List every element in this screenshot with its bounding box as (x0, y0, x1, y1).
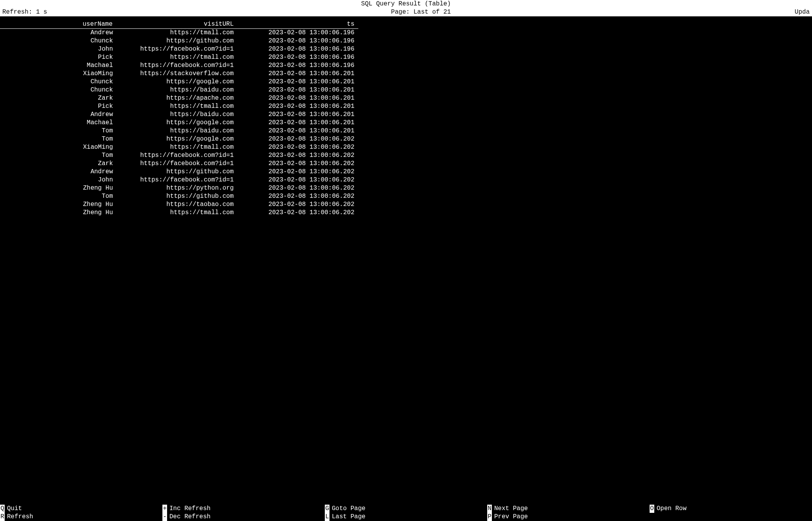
cell-visiturl: https://baidu.com (117, 111, 238, 119)
cell-ts: 2023-02-08 13:00:06.202 (238, 135, 358, 143)
table-row[interactable]: Chunckhttps://baidu.com2023-02-08 13:00:… (0, 86, 358, 94)
table-row[interactable]: Andrewhttps://baidu.com2023-02-08 13:00:… (0, 111, 358, 119)
cell-ts: 2023-02-08 13:00:06.202 (238, 151, 358, 160)
cell-username: Zark (0, 94, 117, 102)
table-row[interactable]: XiaoMinghttps://tmall.com2023-02-08 13:0… (0, 143, 358, 151)
table-row[interactable]: Machaelhttps://facebook.com?id=12023-02-… (0, 62, 358, 70)
cell-visiturl: https://stackoverflow.com (117, 70, 238, 78)
footer-key: L (325, 513, 329, 521)
cell-ts: 2023-02-08 13:00:06.202 (238, 176, 358, 184)
cell-username: Pick (0, 102, 117, 111)
cell-ts: 2023-02-08 13:00:06.202 (238, 192, 358, 201)
cell-username: Zark (0, 160, 117, 168)
cell-ts: 2023-02-08 13:00:06.201 (238, 127, 358, 135)
footer-bar: QQuit+Inc RefreshGGoto PageNNext PageOOp… (0, 505, 812, 521)
cell-visiturl: https://tmall.com (117, 102, 238, 111)
table-row[interactable]: Johnhttps://facebook.com?id=12023-02-08 … (0, 45, 358, 53)
cell-visiturl: https://tmall.com (117, 209, 238, 217)
cell-visiturl: https://baidu.com (117, 86, 238, 94)
table-row[interactable]: Tomhttps://github.com2023-02-08 13:00:06… (0, 192, 358, 201)
footer-label: Refresh (5, 513, 33, 521)
cell-visiturl: https://python.org (117, 184, 238, 192)
table-row[interactable]: Andrewhttps://github.com2023-02-08 13:00… (0, 168, 358, 176)
cell-visiturl: https://taobao.com (117, 201, 238, 209)
table-row[interactable]: Chunckhttps://github.com2023-02-08 13:00… (0, 37, 358, 45)
footer-command[interactable]: OOpen Row (650, 505, 812, 513)
cell-visiturl: https://github.com (117, 37, 238, 45)
cell-visiturl: https://facebook.com?id=1 (117, 62, 238, 70)
cell-visiturl: https://google.com (117, 135, 238, 143)
page-status: Page: Last of 21 (391, 8, 451, 16)
table-row[interactable]: Andrewhttps://tmall.com2023-02-08 13:00:… (0, 29, 358, 37)
cell-visiturl: https://baidu.com (117, 127, 238, 135)
footer-label: Last Page (329, 513, 365, 521)
cell-username: Andrew (0, 168, 117, 176)
column-header-ts: ts (238, 20, 358, 28)
result-table-area: userName visitURL ts Andrewhttps://tmall… (0, 16, 812, 505)
cell-username: XiaoMing (0, 143, 117, 151)
cell-username: Zheng Hu (0, 184, 117, 192)
table-row[interactable]: Tomhttps://facebook.com?id=12023-02-08 1… (0, 151, 358, 160)
refresh-status: Refresh: 1 s (2, 8, 47, 16)
footer-command[interactable]: LLast Page (325, 513, 487, 521)
cell-username: Tom (0, 192, 117, 201)
footer-label: Prev Page (492, 513, 528, 521)
table-row[interactable]: Zarkhttps://facebook.com?id=12023-02-08 … (0, 160, 358, 168)
footer-label: Dec Refresh (167, 513, 211, 521)
table-row[interactable]: Machaelhttps://google.com2023-02-08 13:0… (0, 119, 358, 127)
cell-visiturl: https://facebook.com?id=1 (117, 176, 238, 184)
table-row[interactable]: Pickhttps://tmall.com2023-02-08 13:00:06… (0, 102, 358, 111)
cell-visiturl: https://facebook.com?id=1 (117, 151, 238, 160)
footer-key: R (0, 513, 5, 521)
cell-visiturl: https://tmall.com (117, 143, 238, 151)
table-row[interactable]: Tomhttps://google.com2023-02-08 13:00:06… (0, 135, 358, 143)
cell-ts: 2023-02-08 13:00:06.196 (238, 45, 358, 53)
table-row[interactable]: Zheng Huhttps://taobao.com2023-02-08 13:… (0, 201, 358, 209)
table-row[interactable]: Zheng Huhttps://python.org2023-02-08 13:… (0, 184, 358, 192)
footer-label: Inc Refresh (167, 505, 211, 513)
cell-username: Tom (0, 135, 117, 143)
cell-ts: 2023-02-08 13:00:06.196 (238, 62, 358, 70)
footer-command[interactable]: GGoto Page (325, 505, 487, 513)
cell-visiturl: https://google.com (117, 78, 238, 86)
table-row[interactable]: Zarkhttps://apache.com2023-02-08 13:00:0… (0, 94, 358, 102)
footer-label: Goto Page (329, 505, 365, 513)
column-header-visiturl: visitURL (117, 20, 238, 28)
table-row[interactable]: Zheng Huhttps://tmall.com2023-02-08 13:0… (0, 209, 358, 217)
updated-status: Upda (795, 8, 810, 16)
footer-key: N (487, 505, 492, 513)
footer-command[interactable]: PPrev Page (487, 513, 650, 521)
footer-command[interactable]: +Inc Refresh (162, 505, 325, 513)
footer-label: Open Row (654, 505, 687, 513)
footer-key: O (650, 505, 654, 513)
footer-command[interactable]: RRefresh (0, 513, 162, 521)
cell-ts: 2023-02-08 13:00:06.202 (238, 160, 358, 168)
cell-username: Pick (0, 53, 117, 62)
footer-key: Q (0, 505, 5, 513)
footer-key: + (162, 505, 167, 513)
table-header-row: userName visitURL ts (0, 20, 358, 29)
table-row[interactable]: Johnhttps://facebook.com?id=12023-02-08 … (0, 176, 358, 184)
footer-key: G (325, 505, 329, 513)
footer-command[interactable]: -Dec Refresh (162, 513, 325, 521)
cell-ts: 2023-02-08 13:00:06.201 (238, 119, 358, 127)
table-row[interactable]: Pickhttps://tmall.com2023-02-08 13:00:06… (0, 53, 358, 62)
footer-command[interactable]: QQuit (0, 505, 162, 513)
cell-visiturl: https://facebook.com?id=1 (117, 45, 238, 53)
cell-username: Tom (0, 151, 117, 160)
cell-username: Machael (0, 119, 117, 127)
footer-command[interactable] (650, 513, 812, 521)
footer-key: P (487, 513, 492, 521)
table-row[interactable]: Tomhttps://baidu.com2023-02-08 13:00:06.… (0, 127, 358, 135)
footer-command[interactable]: NNext Page (487, 505, 650, 513)
cell-username: Andrew (0, 111, 117, 119)
cell-username: John (0, 45, 117, 53)
cell-ts: 2023-02-08 13:00:06.201 (238, 86, 358, 94)
table-row[interactable]: XiaoMinghttps://stackoverflow.com2023-02… (0, 70, 358, 78)
footer-label: Quit (5, 505, 22, 513)
cell-ts: 2023-02-08 13:00:06.202 (238, 143, 358, 151)
cell-username: Chunck (0, 78, 117, 86)
table-row[interactable]: Chunckhttps://google.com2023-02-08 13:00… (0, 78, 358, 86)
cell-ts: 2023-02-08 13:00:06.196 (238, 37, 358, 45)
header-bar: SQL Query Result (Table) Refresh: 1 s Pa… (0, 0, 812, 16)
